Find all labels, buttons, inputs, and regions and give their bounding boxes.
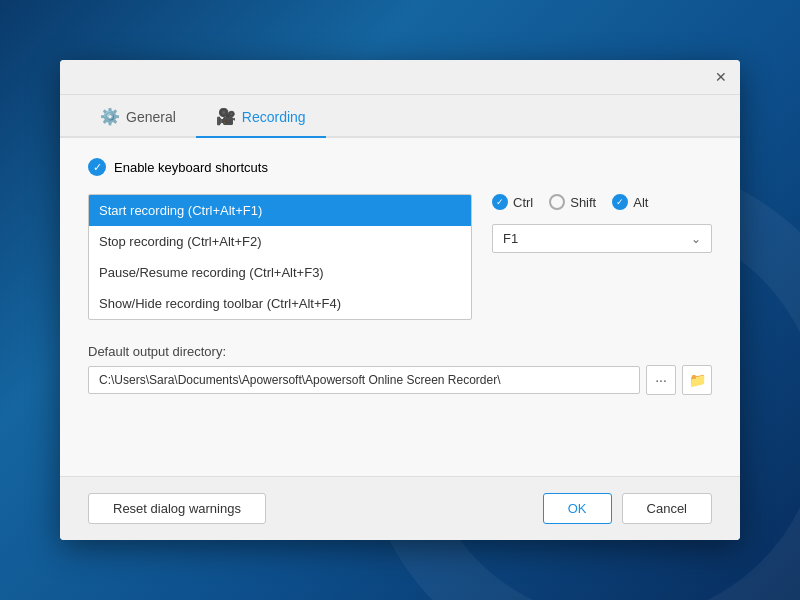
key-dropdown[interactable]: F1 ⌄ — [492, 224, 712, 253]
footer-right: OK Cancel — [543, 493, 712, 524]
key-value: F1 — [503, 231, 518, 246]
content-area: ✓ Enable keyboard shortcuts Start record… — [60, 138, 740, 476]
browse-dots-button[interactable]: ··· — [646, 365, 676, 395]
settings-dialog: ✕ ⚙️ General 🎥 Recording ✓ Enable keyboa… — [60, 60, 740, 540]
alt-label: Alt — [633, 195, 648, 210]
tab-recording[interactable]: 🎥 Recording — [196, 95, 326, 138]
output-label: Default output directory: — [88, 344, 712, 359]
title-bar: ✕ — [60, 60, 740, 95]
output-path: C:\Users\Sara\Documents\Apowersoft\Apowe… — [88, 366, 640, 394]
tab-general[interactable]: ⚙️ General — [80, 95, 196, 138]
ok-button[interactable]: OK — [543, 493, 612, 524]
enable-shortcuts-checkbox[interactable]: ✓ — [88, 158, 106, 176]
ctrl-label: Ctrl — [513, 195, 533, 210]
output-section: Default output directory: C:\Users\Sara\… — [88, 344, 712, 395]
browse-folder-button[interactable]: 📁 — [682, 365, 712, 395]
dialog-footer: Reset dialog warnings OK Cancel — [60, 476, 740, 540]
modifier-shift[interactable]: Shift — [549, 194, 596, 210]
alt-radio[interactable] — [612, 194, 628, 210]
modifier-ctrl[interactable]: Ctrl — [492, 194, 533, 210]
enable-shortcuts-row[interactable]: ✓ Enable keyboard shortcuts — [88, 158, 712, 176]
shift-label: Shift — [570, 195, 596, 210]
modifier-keys-row: Ctrl Shift Alt — [492, 194, 712, 210]
dropdown-arrow-icon: ⌄ — [691, 232, 701, 246]
general-icon: ⚙️ — [100, 107, 120, 126]
modifier-panel: Ctrl Shift Alt F1 ⌄ — [492, 194, 712, 253]
shortcut-item-0[interactable]: Start recording (Ctrl+Alt+F1) — [89, 195, 471, 226]
cancel-button[interactable]: Cancel — [622, 493, 712, 524]
shortcut-item-1[interactable]: Stop recording (Ctrl+Alt+F2) — [89, 226, 471, 257]
shortcuts-list: Start recording (Ctrl+Alt+F1) Stop recor… — [88, 194, 472, 320]
recording-icon: 🎥 — [216, 107, 236, 126]
tab-recording-label: Recording — [242, 109, 306, 125]
output-row: C:\Users\Sara\Documents\Apowersoft\Apowe… — [88, 365, 712, 395]
ctrl-radio[interactable] — [492, 194, 508, 210]
shortcuts-section: Start recording (Ctrl+Alt+F1) Stop recor… — [88, 194, 712, 320]
reset-button[interactable]: Reset dialog warnings — [88, 493, 266, 524]
tab-bar: ⚙️ General 🎥 Recording — [60, 95, 740, 138]
shift-radio[interactable] — [549, 194, 565, 210]
shortcut-item-3[interactable]: Show/Hide recording toolbar (Ctrl+Alt+F4… — [89, 288, 471, 319]
tab-general-label: General — [126, 109, 176, 125]
shortcut-item-2[interactable]: Pause/Resume recording (Ctrl+Alt+F3) — [89, 257, 471, 288]
close-button[interactable]: ✕ — [710, 66, 732, 88]
modifier-alt[interactable]: Alt — [612, 194, 648, 210]
enable-shortcuts-label: Enable keyboard shortcuts — [114, 160, 268, 175]
